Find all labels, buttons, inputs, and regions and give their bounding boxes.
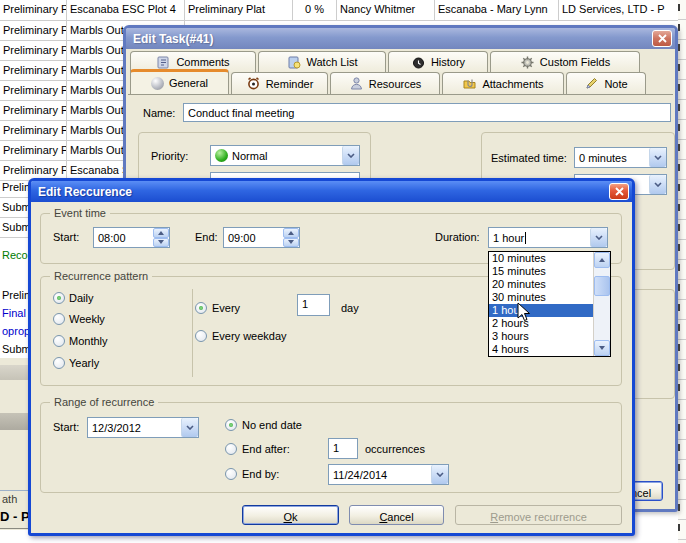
chevron-down-icon[interactable] [649,148,666,167]
duration-option[interactable]: 20 minutes [489,278,593,291]
list-item[interactable]: Prelimi [0,178,28,198]
no-end-date-label: No end date [242,419,302,431]
radio-every-day[interactable] [195,302,207,314]
duration-value: 1 hour [489,232,590,244]
range-start-value: 12/3/2012 [88,422,181,434]
spin-down-icon[interactable] [153,238,169,248]
list-item[interactable]: Submis [2,343,29,355]
chevron-down-icon[interactable] [431,465,448,484]
radio-monthly[interactable] [53,335,65,347]
duration-option[interactable]: 10 minutes [489,252,593,265]
duration-option[interactable]: 2 hours [489,317,593,330]
bg-separator [0,413,28,430]
task-name-input[interactable]: Conduct final meeting [183,103,671,122]
chevron-down-icon[interactable] [649,175,666,194]
range-start-combobox[interactable]: 12/3/2012 [87,417,199,438]
status-text: ath [2,493,17,505]
table-cell: Preliminary Pl [0,61,67,80]
tab-label: Attachments [482,78,543,90]
radio-end-after[interactable] [225,443,237,455]
radio-end-by[interactable] [225,468,237,480]
table-cell: Preliminary Pl [0,21,67,40]
end-by-value: 11/24/2014 [329,469,431,481]
text-caret [525,232,526,244]
end-time-label: End: [195,231,218,243]
bg-panel [0,530,28,543]
daily-label: Daily [69,292,93,304]
radio-no-end-date[interactable] [225,419,237,431]
chevron-down-icon[interactable] [590,228,607,247]
list-item[interactable]: Prelimi [2,289,29,301]
tab-label: Reminder [266,78,314,90]
duration-combobox[interactable]: 1 hour [488,227,608,248]
close-icon[interactable] [652,30,672,47]
list-item[interactable]: opropri [2,325,29,337]
ok-button[interactable]: Ok [242,505,339,525]
table-cell: Escanaba - Mary Lynn [435,0,559,20]
duration-option-selected[interactable]: 1 hour [489,304,593,317]
radio-weekly[interactable] [53,313,65,325]
list-item[interactable]: Record [2,249,29,261]
priority-select[interactable]: Normal [210,145,360,166]
tab-label: Comments [176,56,229,68]
tab-general[interactable]: General [130,69,229,94]
spin-up-icon[interactable] [283,228,299,238]
tab-watch-list[interactable]: Watch List [258,51,386,72]
chevron-down-icon[interactable] [181,418,198,437]
list-item[interactable]: Submis [0,198,28,218]
priority-normal-icon [215,149,228,162]
mouse-cursor [517,302,531,325]
list-item[interactable]: Submis [0,218,28,238]
range-legend: Range of recurrence [50,396,158,408]
table-row[interactable]: Preliminary Pl Escanaba ESC Plot 4 Preli… [0,0,686,21]
estimated-time-select[interactable]: 0 minutes [574,147,667,168]
tab-reminder[interactable]: Reminder [231,72,328,94]
general-icon [151,77,164,90]
tab-history[interactable]: History [388,51,488,72]
spin-up-icon[interactable] [153,228,169,238]
edit-recurrence-titlebar[interactable]: Edit Reccurence [31,181,632,202]
duration-option[interactable]: 4 hours [489,343,593,356]
cancel-button[interactable]: Cancel [349,505,444,525]
radio-every-weekday[interactable] [195,330,207,342]
every-label: Every [212,302,240,314]
end-by-label: End by: [242,468,279,480]
start-time-label: Start: [53,231,79,243]
chevron-down-icon[interactable] [342,146,359,165]
tab-note[interactable]: Note [566,72,646,94]
tab-label: Custom Fields [540,56,610,68]
end-after-input[interactable]: 1 [328,438,358,459]
estimated-time-label: Estimated time: [491,152,567,164]
paperclip-icon [462,76,477,91]
occurrences-label: occurrences [365,443,425,455]
priority-label: Priority: [151,150,188,162]
spin-down-icon[interactable] [283,238,299,248]
duration-option[interactable]: 30 minutes [489,291,593,304]
radio-yearly[interactable] [53,357,65,369]
scroll-down-icon[interactable] [594,340,610,356]
scrollbar-thumb[interactable] [594,276,610,296]
end-by-combobox[interactable]: 11/24/2014 [328,464,449,485]
list-item[interactable]: Final Pl [2,307,29,319]
end-time-spinner[interactable]: 09:00 [223,227,300,248]
duration-option[interactable]: 3 hours [489,330,593,343]
end-time-value: 09:00 [224,232,283,244]
table-cell: Nancy Whitmer [337,0,435,20]
edit-recurrence-dialog: Edit Reccurence Event time Start: 08:00 … [28,178,635,536]
radio-daily[interactable] [53,292,65,304]
table-cell: Preliminary Pl [0,121,67,140]
close-icon[interactable] [609,183,629,200]
duration-option[interactable]: 15 minutes [489,265,593,278]
table-cell: Preliminary Pl [0,0,67,20]
remove-recurrence-button: Remove recurrence [455,505,622,525]
tab-attachments[interactable]: Attachments [442,72,564,94]
edit-task-titlebar[interactable]: Edit Task(#41) [126,28,675,49]
dropdown-scrollbar[interactable] [593,252,610,356]
tab-resources[interactable]: Resources [330,72,440,94]
tab-custom-fields[interactable]: Custom Fields [490,51,640,72]
table-cell: Preliminary Pl [0,101,67,120]
every-day-input[interactable]: 1 [297,294,330,316]
start-time-spinner[interactable]: 08:00 [93,227,170,248]
table-cell: Preliminary Pl [0,41,67,60]
scroll-up-icon[interactable] [594,252,610,268]
